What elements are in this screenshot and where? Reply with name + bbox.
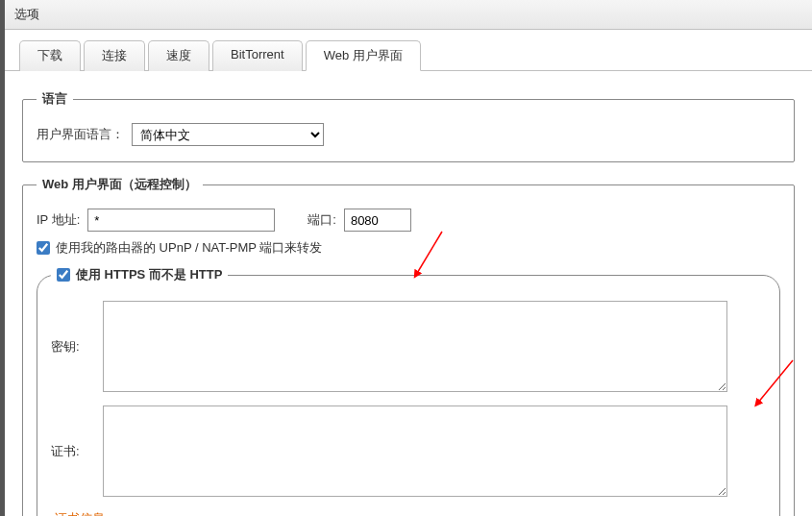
title-text: 选项: [14, 7, 39, 21]
language-legend: 语言: [37, 90, 73, 108]
content-area: 语言 用户界面语言： 简体中文 Web 用户界面（远程控制） IP 地址: 端口…: [5, 71, 812, 516]
ip-label: IP 地址:: [37, 211, 80, 229]
upnp-label: 使用我的路由器的 UPnP / NAT-PMP 端口来转发: [56, 239, 322, 257]
https-legend-text: 使用 HTTPS 而不是 HTTP: [76, 266, 222, 283]
https-checkbox[interactable]: [57, 268, 70, 282]
tab-webui[interactable]: Web 用户界面: [306, 40, 421, 71]
https-fieldset: 使用 HTTPS 而不是 HTTP 密钥: 证书: 证书信息: [37, 266, 780, 516]
language-fieldset: 语言 用户界面语言： 简体中文: [22, 90, 795, 162]
tab-speed[interactable]: 速度: [148, 40, 209, 71]
port-label: 端口:: [308, 211, 336, 229]
key-textarea[interactable]: [103, 301, 727, 392]
language-label: 用户界面语言：: [37, 126, 124, 143]
key-label: 密钥:: [51, 338, 89, 356]
tab-bittorrent[interactable]: BitTorrent: [212, 40, 303, 71]
cert-textarea[interactable]: [103, 405, 727, 497]
window-title: 选项: [5, 0, 812, 30]
ip-input[interactable]: [87, 209, 275, 232]
tab-connection[interactable]: 连接: [84, 40, 145, 71]
upnp-checkbox[interactable]: [37, 241, 50, 255]
webui-fieldset: Web 用户界面（远程控制） IP 地址: 端口: 使用我的路由器的 UPnP …: [22, 176, 795, 516]
port-input[interactable]: [344, 209, 411, 232]
tabs: 下载 连接 速度 BitTorrent Web 用户界面: [5, 30, 812, 71]
tab-download[interactable]: 下载: [19, 40, 81, 71]
webui-legend: Web 用户界面（远程控制）: [37, 176, 203, 193]
options-window: 选项 下载 连接 速度 BitTorrent Web 用户界面 语言 用户界面语…: [0, 0, 812, 516]
https-legend: 使用 HTTPS 而不是 HTTP: [51, 266, 228, 283]
cert-info-link[interactable]: 证书信息: [55, 510, 766, 516]
cert-label: 证书:: [51, 443, 89, 460]
language-select[interactable]: 简体中文: [132, 123, 324, 146]
